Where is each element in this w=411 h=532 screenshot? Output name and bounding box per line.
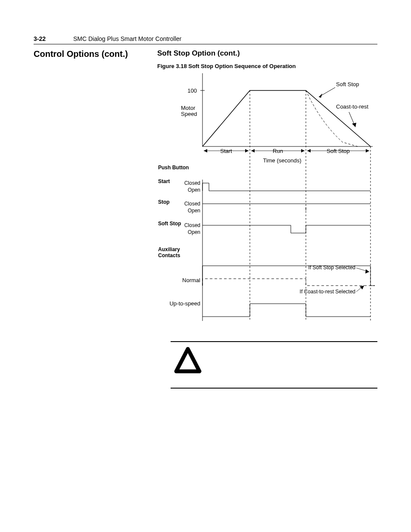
curve-label-coast: Coast-to-rest [336,103,369,110]
attention-box [171,341,377,389]
svg-marker-17 [307,149,311,152]
pb-stop-open: Open [188,208,200,214]
svg-marker-23 [365,269,369,274]
aux-uts-label: Up-to-speed [169,300,200,307]
pushbutton-heading: Push Button [158,165,189,171]
pb-start-open: Open [188,187,200,193]
figure-diagram: 100 Motor Speed Soft Stop Coast-to-rest [157,71,377,325]
attention-icon [173,346,203,376]
svg-marker-11 [204,149,207,152]
svg-marker-4 [319,93,322,98]
page-number: 3-22 [34,35,46,42]
pb-stop-label: Stop [158,199,170,205]
aux-heading-1: Auxiliary [158,246,180,252]
section-heading-right: Soft Stop Option (cont.) [157,49,240,58]
y-label-speed: Speed [181,111,197,117]
phase-softstop-label: Soft Stop [327,148,349,154]
y-tick-100: 100 [187,87,197,94]
svg-marker-12 [245,149,249,152]
svg-marker-6 [352,123,356,127]
svg-marker-14 [251,149,255,152]
pb-start-label: Start [158,178,170,184]
y-label-motor: Motor [181,105,196,111]
pb-softstop-open: Open [188,229,200,235]
pb-stop-closed: Closed [184,201,200,207]
x-axis-label: Time (seconds) [263,157,301,164]
doc-title: SMC Dialog Plus Smart Motor Controller [73,35,181,42]
svg-marker-15 [301,149,305,152]
pb-softstop-closed: Closed [184,222,200,228]
aux-note-soft: If Soft Stop Selected [308,264,355,271]
phase-run-label: Run [273,148,283,154]
svg-marker-18 [366,149,369,152]
pb-softstop-label: Soft Stop [158,221,181,227]
pb-start-closed: Closed [184,180,200,186]
aux-heading-2: Contacts [158,252,181,258]
section-heading-left: Control Options (cont.) [34,49,128,59]
aux-note-coast: If Coast-to-rest Selected [300,289,355,295]
phase-row: Start Run Soft Stop [204,148,369,154]
svg-marker-25 [360,286,364,289]
page-header: 3-22 SMC Dialog Plus Smart Motor Control… [34,35,377,44]
curve-label-softstop: Soft Stop [336,81,359,87]
figure-caption: Figure 3.18 Soft Stop Option Sequence of… [157,63,296,69]
aux-normal-label: Normal [182,277,200,283]
phase-start-label: Start [220,148,232,154]
